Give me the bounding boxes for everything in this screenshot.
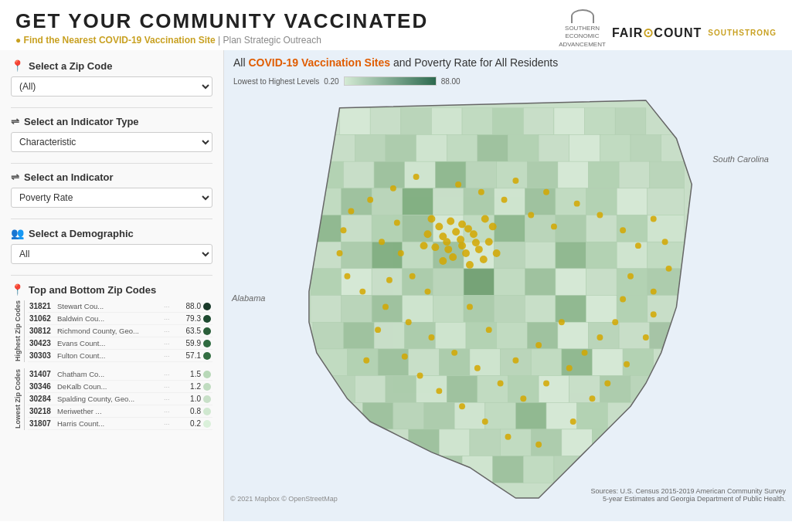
svg-rect-61 (372, 242, 403, 269)
svg-point-227 (486, 327, 492, 333)
svg-rect-45 (617, 188, 648, 215)
zip-value: 1.2 (179, 382, 201, 391)
svg-rect-77 (495, 269, 525, 296)
indicator-select[interactable]: Poverty Rate (11, 188, 212, 208)
svg-rect-30 (527, 161, 558, 188)
svg-point-179 (485, 238, 493, 246)
svg-rect-112 (470, 349, 501, 376)
svg-point-187 (543, 189, 549, 195)
svg-point-192 (627, 273, 634, 280)
svg-point-214 (478, 189, 484, 195)
svg-point-229 (425, 289, 431, 295)
map-legend: Lowest to Highest Levels 0.20 88.00 (233, 76, 461, 86)
svg-rect-126 (539, 376, 569, 403)
svg-rect-81 (617, 269, 648, 296)
svg-point-169 (472, 239, 480, 246)
legend-min: 0.20 (324, 77, 338, 86)
svg-point-182 (420, 242, 428, 249)
svg-rect-53 (495, 215, 525, 242)
svg-point-180 (493, 249, 501, 257)
svg-rect-100 (466, 322, 497, 349)
svg-rect-32 (589, 161, 620, 188)
svg-point-173 (439, 257, 447, 265)
svg-point-197 (566, 365, 573, 371)
svg-rect-75 (433, 269, 464, 296)
svg-point-218 (375, 327, 381, 333)
zip-code: 31807 (29, 419, 57, 428)
svg-rect-132 (393, 402, 424, 429)
svg-rect-135 (485, 402, 516, 429)
svg-point-178 (489, 222, 497, 230)
svg-point-212 (551, 223, 557, 229)
svg-rect-138 (577, 402, 608, 429)
svg-point-232 (379, 239, 385, 245)
indicator-type-select[interactable]: Characteristic (11, 132, 212, 152)
svg-rect-44 (586, 188, 617, 215)
svg-rect-31 (558, 161, 589, 188)
svg-point-181 (424, 230, 432, 238)
svg-rect-121 (386, 376, 416, 403)
map-header: All COVID-19 Vaccination Sites and Pover… (233, 56, 558, 69)
svg-rect-28 (466, 161, 497, 188)
svg-rect-15 (447, 134, 478, 161)
svg-rect-146 (531, 429, 562, 456)
demographic-select[interactable]: All (11, 244, 212, 264)
svg-point-195 (597, 334, 603, 341)
svg-point-163 (443, 238, 450, 246)
svg-rect-114 (531, 349, 562, 376)
svg-rect-137 (546, 402, 577, 429)
zip-code: 31062 (29, 314, 57, 323)
svg-point-165 (470, 230, 478, 238)
highest-zip-rows: 31821 Stewart Cou... ··· 88.0 31062 Bald… (28, 300, 212, 362)
zip-tables-wrapper: Highest Zip Codes 31821 Stewart Cou... ·… (11, 300, 212, 362)
svg-rect-115 (562, 349, 593, 376)
svg-rect-4 (431, 108, 462, 135)
zip-value: 79.3 (179, 314, 201, 323)
svg-point-185 (413, 174, 420, 180)
svg-point-213 (501, 197, 508, 203)
svg-rect-6 (493, 108, 524, 135)
table-row: 30812 Richmond County, Geo... ··· 63.5 (28, 325, 212, 337)
lowest-zip-rows: 31407 Chatham Co... ··· 1.5 30346 DeKalb… (28, 368, 212, 430)
zip-value: 59.9 (179, 339, 201, 347)
zip-dot-icon (203, 371, 211, 378)
svg-point-211 (528, 212, 534, 219)
map-attribution: Sources: U.S. Census 2015-2019 American … (585, 487, 786, 503)
svg-rect-122 (416, 376, 447, 403)
svg-rect-26 (405, 161, 436, 188)
zip-dot-icon (203, 340, 211, 347)
svg-point-241 (459, 403, 465, 409)
svg-point-176 (427, 215, 435, 223)
zip-dot-icon (203, 315, 211, 323)
svg-rect-38 (403, 188, 433, 215)
faircount-o-icon: ⊙ (643, 26, 654, 39)
svg-rect-8 (554, 108, 585, 135)
svg-rect-70 (648, 242, 685, 269)
svg-point-234 (624, 361, 630, 368)
zip-code-select[interactable]: (All) (11, 76, 212, 97)
svg-rect-86 (403, 296, 433, 323)
svg-rect-7 (523, 108, 554, 135)
table-row: 31807 Harris Count... ··· 0.2 (28, 418, 212, 430)
divider-1 (11, 107, 212, 108)
svg-point-191 (635, 242, 641, 249)
svg-point-186 (512, 178, 518, 184)
map-copyright: © 2021 Mapbox © OpenStreetMap (230, 495, 338, 503)
legend-max: 88.00 (441, 77, 461, 86)
highest-zip-label: Highest Zip Codes (14, 300, 22, 361)
svg-point-200 (498, 381, 504, 387)
table-row: 31821 Stewart Cou... ··· 88.0 (28, 300, 212, 313)
legend-bar (344, 76, 437, 86)
svg-point-196 (582, 350, 588, 356)
vaccination-site-link[interactable]: Find the Nearest COVID-19 Vaccination Si… (24, 35, 216, 46)
svg-rect-124 (478, 376, 508, 403)
svg-rect-154 (523, 456, 554, 483)
svg-rect-69 (617, 242, 648, 269)
map-title: All COVID-19 Vaccination Sites and Pover… (233, 56, 558, 69)
svg-rect-110 (409, 349, 440, 376)
svg-point-223 (651, 289, 657, 295)
svg-rect-95 (313, 322, 344, 349)
map-container: South Carolina Alabama Sources: U.S. Cen… (224, 93, 792, 506)
svg-point-226 (512, 357, 518, 364)
zip-dots: ··· (164, 315, 179, 323)
